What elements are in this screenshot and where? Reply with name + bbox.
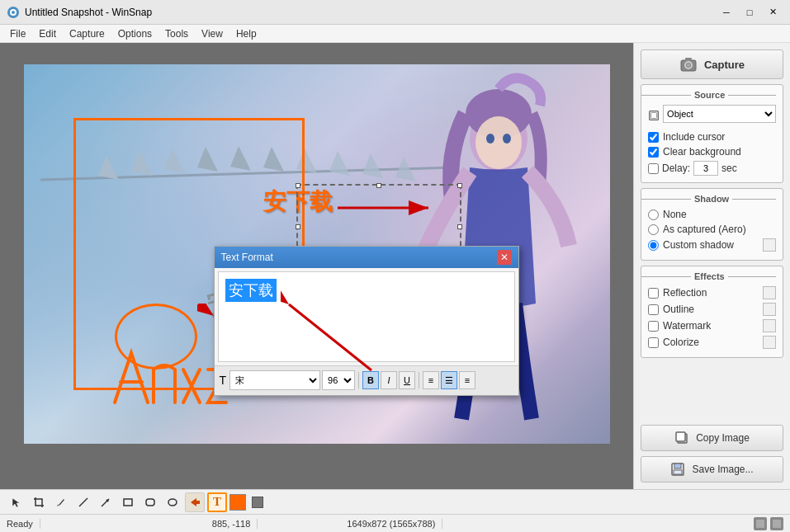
menu-edit[interactable]: Edit — [32, 26, 63, 41]
outline-row: Outline — [648, 303, 776, 316]
source-select[interactable]: Object Window Desktop Region — [663, 105, 776, 123]
toolbar: T — [0, 489, 790, 514]
save-image-label: Save Image... — [692, 464, 753, 475]
reflection-row: Reflection — [648, 286, 776, 299]
font-icon: T — [220, 374, 227, 387]
watermark-settings[interactable] — [763, 319, 776, 332]
shadow-section: Shadow None As captured (Aero) Custom sh… — [641, 188, 783, 261]
menu-file[interactable]: File — [3, 26, 32, 41]
canvas-area[interactable]: 安下载 — [0, 43, 633, 489]
reflection-label: Reflection — [663, 287, 707, 299]
shadow-custom-label: Custom shadow — [663, 239, 734, 251]
ellipse-tool-button[interactable] — [163, 492, 182, 512]
arrow-tool-button[interactable] — [96, 492, 116, 512]
shadow-as-captured-radio[interactable] — [648, 224, 659, 235]
shadow-custom-settings[interactable] — [763, 238, 776, 252]
svg-point-41 — [168, 499, 177, 506]
shadow-none-label: None — [663, 209, 687, 220]
status-icon-2[interactable] — [770, 517, 783, 530]
screenshot-container: 安下载 — [24, 64, 610, 444]
clear-background-row: Clear background — [648, 146, 776, 158]
delay-input[interactable] — [693, 161, 718, 176]
ellipse-icon — [167, 497, 178, 508]
round-rect-tool-button[interactable] — [140, 492, 160, 512]
statusbar: Ready 885, -118 1649x872 (1565x788) — [0, 514, 790, 532]
line-tool-button[interactable] — [73, 492, 93, 512]
outline-checkbox[interactable] — [648, 304, 659, 315]
svg-rect-43 — [756, 520, 764, 528]
shadow-section-title: Shadow — [648, 194, 776, 204]
window-controls: ─ □ ✕ — [716, 4, 783, 21]
watermark-label: Watermark — [663, 320, 711, 332]
shadow-none-radio[interactable] — [648, 210, 659, 220]
svg-point-17 — [486, 134, 494, 144]
shadow-as-captured-label: As captured (Aero) — [663, 224, 746, 235]
svg-rect-30 — [651, 112, 657, 118]
watermark-row: Watermark — [648, 319, 776, 332]
include-cursor-checkbox[interactable] — [648, 132, 659, 143]
shadow-custom-row: Custom shadow — [648, 238, 776, 252]
copy-image-button[interactable]: Copy Image — [641, 425, 783, 451]
line-icon — [78, 497, 89, 508]
select-tool-button[interactable] — [7, 492, 26, 512]
svg-rect-39 — [124, 499, 132, 506]
colorize-checkbox[interactable] — [648, 337, 659, 348]
menu-options[interactable]: Options — [111, 26, 158, 41]
status-icon-1[interactable] — [754, 517, 767, 530]
watermark-checkbox[interactable] — [648, 321, 659, 332]
delay-unit: sec — [721, 162, 737, 174]
text-tool-button[interactable]: T — [207, 492, 227, 512]
copy-image-label: Copy Image — [696, 432, 750, 444]
filled-arrow-tool-button[interactable] — [185, 492, 205, 512]
pen-tool-button[interactable] — [51, 492, 71, 512]
align-right-button[interactable]: ≡ — [459, 371, 475, 389]
shadow-custom-radio[interactable] — [648, 240, 659, 251]
svg-rect-32 — [676, 432, 685, 441]
status-coordinates: 885, -118 — [206, 519, 258, 529]
menu-tools[interactable]: Tools — [158, 26, 195, 41]
crop-tool-button[interactable] — [29, 492, 49, 512]
close-button[interactable]: ✕ — [762, 4, 783, 21]
colorize-label: Colorize — [663, 337, 699, 348]
minimize-button[interactable]: ─ — [716, 4, 737, 21]
reflection-settings[interactable] — [763, 286, 776, 299]
clear-background-label: Clear background — [663, 146, 741, 158]
include-cursor-label: Include cursor — [663, 131, 725, 143]
italic-button[interactable]: I — [381, 371, 397, 389]
text-tool-icon: T — [213, 495, 221, 509]
colorize-settings[interactable] — [763, 336, 776, 349]
arrow-icon — [100, 497, 111, 508]
capture-button[interactable]: Capture — [641, 49, 783, 79]
svg-line-36 — [79, 498, 88, 506]
include-cursor-row: Include cursor — [648, 131, 776, 143]
dialog-close-button[interactable]: ✕ — [497, 250, 512, 265]
menu-view[interactable]: View — [195, 26, 229, 41]
text-format-dialog: Text Format ✕ 安下载 — [214, 246, 519, 396]
gray-swatch[interactable] — [252, 497, 263, 508]
clear-background-checkbox[interactable] — [648, 147, 659, 158]
main-area: 安下载 — [0, 43, 790, 489]
align-center-button[interactable]: ☰ — [441, 371, 457, 389]
reflection-checkbox[interactable] — [648, 288, 659, 299]
delay-label: Delay: — [662, 162, 690, 174]
delay-row: Delay: sec — [648, 161, 776, 176]
rectangle-tool-button[interactable] — [118, 492, 138, 512]
status-ready: Ready — [7, 519, 40, 529]
save-image-button[interactable]: Save Image... — [641, 456, 783, 483]
screenshot-background: 安下载 — [24, 64, 610, 444]
copy-icon — [674, 431, 689, 445]
color-swatch[interactable] — [229, 494, 246, 511]
menu-capture[interactable]: Capture — [63, 26, 111, 41]
shadow-none-row: None — [648, 209, 776, 220]
effects-section: Effects Reflection Outline Watermark — [641, 266, 783, 358]
maximize-button[interactable]: □ — [739, 4, 760, 21]
source-icon — [648, 109, 660, 122]
svg-point-2 — [12, 11, 15, 14]
delay-checkbox[interactable] — [648, 163, 659, 174]
menu-help[interactable]: Help — [229, 26, 263, 41]
underline-button[interactable]: U — [399, 371, 415, 389]
align-left-button[interactable]: ≡ — [423, 371, 439, 389]
status-right-icons — [754, 517, 783, 530]
outline-settings[interactable] — [763, 303, 776, 316]
source-section: Source Object Window Desktop Region Incl… — [641, 84, 783, 183]
